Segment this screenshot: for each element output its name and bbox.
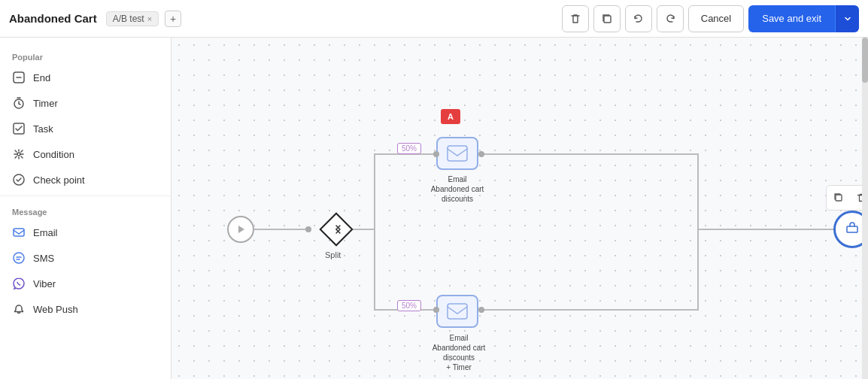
flow-canvas[interactable]: Split 50% A Email Abandoned cart discoun…	[171, 38, 868, 379]
svg-marker-10	[238, 226, 244, 233]
split-label: Split	[325, 250, 341, 259]
dot-split-lower	[433, 307, 439, 313]
svg-rect-0	[604, 16, 611, 23]
sidebar-item-label: SMS	[33, 253, 54, 264]
svg-rect-7	[14, 229, 24, 236]
dot-split-upper	[433, 151, 439, 157]
percent-badge-b: 50%	[397, 300, 421, 311]
end-icon	[12, 71, 26, 84]
svg-point-5	[17, 153, 20, 156]
cancel-button[interactable]: Cancel	[688, 5, 744, 32]
sidebar-item-checkpoint[interactable]: Check point	[0, 167, 171, 193]
email-node-b[interactable]	[436, 295, 478, 328]
svg-point-8	[14, 253, 24, 263]
save-button[interactable]: Save and exit	[748, 5, 835, 32]
sidebar-item-label: Check point	[33, 174, 85, 186]
undo-button[interactable]	[625, 5, 652, 32]
sidebar-item-label: Task	[33, 123, 53, 135]
dot-email-b-right	[478, 307, 484, 313]
sidebar-item-task[interactable]: Task	[0, 116, 171, 141]
email-label-b: Email Abandoned cart discounts + Timer	[421, 333, 496, 372]
copy-button[interactable]	[593, 5, 621, 32]
start-node[interactable]	[227, 216, 254, 243]
percent-badge-a: 50%	[397, 143, 421, 154]
topbar-actions: Cancel Save and exit	[562, 5, 859, 32]
sidebar-item-label: Condition	[33, 149, 74, 160]
delete-button[interactable]	[562, 5, 589, 32]
task-icon	[12, 122, 26, 135]
sidebar-item-timer[interactable]: Timer	[0, 90, 171, 116]
sidebar-item-label: Email	[33, 227, 58, 238]
save-dropdown-button[interactable]	[835, 5, 859, 32]
checkpoint-icon	[12, 173, 26, 186]
sidebar-item-label: Timer	[33, 98, 58, 109]
sidebar-item-viber[interactable]: Viber	[0, 271, 171, 296]
tab-close-icon[interactable]: ×	[147, 14, 152, 23]
sidebar-item-email[interactable]: Email	[0, 220, 171, 245]
sidebar-item-webpush[interactable]: Web Push	[0, 296, 171, 322]
ab-badge-a: A	[441, 109, 460, 124]
tab-label: A/B test	[113, 14, 144, 24]
svg-rect-11	[448, 146, 467, 161]
main-layout: Popular End Timer Task Condition	[0, 38, 868, 379]
section-popular: Popular	[0, 47, 171, 65]
section-message: Message	[0, 202, 171, 220]
canvas-scrollbar[interactable]	[862, 38, 868, 379]
svg-rect-13	[836, 195, 842, 201]
sidebar-item-condition[interactable]: Condition	[0, 141, 171, 167]
timer-icon	[12, 96, 26, 110]
sidebar-item-label: Viber	[33, 278, 56, 290]
email-icon	[12, 226, 26, 239]
scrollbar-thumb[interactable]	[862, 38, 868, 83]
sidebar-item-label: End	[33, 72, 50, 83]
topbar: Abandoned Cart A/B test × + Cancel Save …	[0, 0, 868, 38]
save-button-group: Save and exit	[748, 5, 859, 32]
condition-icon	[12, 147, 26, 161]
sidebar-item-end[interactable]: End	[0, 65, 171, 90]
sidebar-item-sms[interactable]: SMS	[0, 245, 171, 271]
page-title: Abandoned Cart	[9, 12, 97, 25]
email-label-a: Email Abandoned cart discounts	[420, 174, 495, 204]
add-tab-button[interactable]: +	[165, 11, 181, 27]
svg-rect-12	[448, 304, 467, 319]
sms-icon	[12, 251, 26, 265]
viber-icon	[12, 277, 26, 290]
dot-email-a-right	[478, 151, 484, 157]
toolbar-copy-button[interactable]	[829, 188, 848, 208]
sidebar-item-label: Web Push	[33, 304, 78, 315]
sidebar: Popular End Timer Task Condition	[0, 38, 171, 379]
connections-svg	[171, 38, 868, 379]
webpush-icon	[12, 302, 26, 316]
email-node-a[interactable]	[436, 137, 478, 170]
redo-button[interactable]	[657, 5, 684, 32]
connector-dot-start	[305, 226, 311, 232]
ab-test-tab[interactable]: A/B test ×	[106, 11, 159, 26]
svg-rect-14	[847, 226, 857, 232]
split-node[interactable]	[319, 212, 354, 247]
